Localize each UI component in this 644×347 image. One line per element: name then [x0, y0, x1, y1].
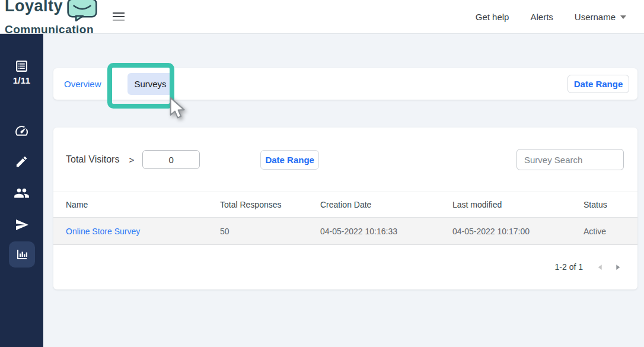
send-icon — [15, 218, 29, 232]
pagination: 1-2 of 1 — [53, 244, 637, 289]
page-prev-arrow-icon[interactable] — [596, 263, 605, 272]
tab-surveys[interactable]: Surveys — [127, 73, 174, 95]
date-range-button[interactable]: Date Range — [260, 150, 319, 170]
sidebar: 1/11 — [0, 34, 43, 347]
table-header-row: Name Total Responses Creation Date Last … — [53, 192, 637, 218]
users-icon — [14, 185, 30, 201]
speech-bubble-smile-icon — [66, 0, 98, 25]
mouse-pointer-icon — [167, 97, 189, 123]
column-header-name: Name — [53, 200, 208, 209]
survey-progress-label: 1/11 — [13, 75, 31, 85]
sidebar-item-analytics[interactable] — [9, 241, 35, 268]
survey-list-icon — [14, 59, 29, 74]
chevron-down-icon — [620, 15, 626, 19]
total-visitors-input[interactable] — [142, 150, 200, 169]
pagination-range-label: 1-2 of 1 — [555, 262, 583, 272]
username-label: Username — [575, 12, 616, 22]
tab-bar-card: Overview Surveys Date Range — [53, 68, 637, 100]
sidebar-item-users[interactable] — [14, 185, 30, 201]
survey-search-input[interactable] — [517, 149, 624, 170]
get-help-link[interactable]: Get help — [476, 12, 509, 22]
logo[interactable]: Loyalty Communication — [5, 0, 98, 36]
sidebar-item-edit[interactable] — [15, 155, 28, 168]
top-header: Loyalty Communication Get help Alerts Us… — [0, 0, 644, 34]
sidebar-item-send[interactable] — [15, 218, 29, 232]
status-badge: Active — [571, 227, 637, 236]
column-header-status: Status — [571, 200, 637, 209]
hamburger-menu-icon[interactable] — [113, 10, 126, 23]
last-modified-value: 04-05-2022 10:17:00 — [440, 227, 571, 236]
tab-overview[interactable]: Overview — [64, 79, 101, 89]
column-header-creation-date: Creation Date — [308, 200, 440, 209]
table-row: Online Store Survey 50 04-05-2022 10:16:… — [53, 218, 637, 245]
surveys-panel: Total Visitors > Date Range Name Total R… — [53, 128, 637, 289]
username-menu[interactable]: Username — [575, 12, 626, 22]
dashboard-gauge-icon — [14, 123, 29, 138]
filters-row: Total Visitors > Date Range — [53, 128, 637, 192]
app-root: { "colors": { "accent_teal": "#3bc4ae", … — [0, 0, 644, 347]
date-range-button-top[interactable]: Date Range — [568, 75, 629, 93]
creation-date-value: 04-05-2022 10:16:33 — [308, 227, 440, 236]
total-responses-value: 50 — [208, 227, 308, 236]
bar-chart-icon — [15, 247, 29, 262]
greater-than-operator: > — [129, 155, 134, 165]
column-header-total-responses: Total Responses — [208, 200, 308, 209]
sidebar-item-survey-progress[interactable]: 1/11 — [13, 59, 31, 85]
sidebar-item-dashboard[interactable] — [14, 123, 29, 138]
header-nav: Get help Alerts Username — [476, 12, 644, 22]
total-visitors-label: Total Visitors — [66, 154, 119, 165]
surveys-table: Name Total Responses Creation Date Last … — [53, 192, 637, 245]
survey-name-link[interactable]: Online Store Survey — [66, 227, 140, 236]
column-header-last-modified: Last modified — [440, 200, 571, 209]
page-next-arrow-icon[interactable] — [613, 263, 622, 272]
edit-pencil-icon — [15, 155, 28, 168]
alerts-link[interactable]: Alerts — [530, 12, 553, 22]
logo-text-line1: Loyalty — [5, 0, 63, 14]
